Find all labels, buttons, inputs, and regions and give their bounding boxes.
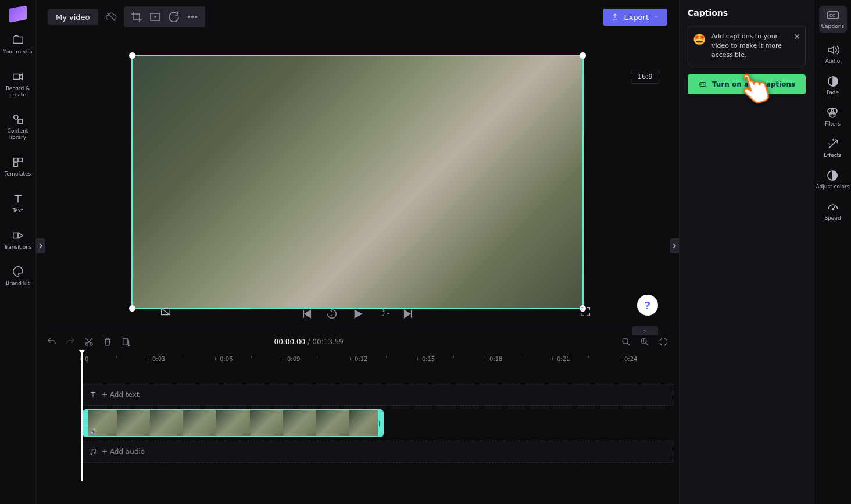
svg-point-9	[188, 16, 189, 18]
tab-adjust-colors[interactable]: Adjust colors	[816, 170, 850, 190]
split-button[interactable]	[121, 337, 131, 347]
audio-track[interactable]: + Add audio	[83, 441, 673, 463]
clip-trim-left[interactable]: ||	[84, 410, 88, 436]
svg-point-29	[832, 209, 834, 210]
duration: 00:13.59	[312, 338, 344, 346]
label: Fade	[827, 90, 839, 95]
fullscreen-button[interactable]	[579, 305, 592, 320]
zoom-out-button[interactable]	[621, 337, 631, 347]
collapse-preview-tab[interactable]	[632, 326, 658, 335]
folder-icon	[12, 34, 24, 47]
svg-point-8	[155, 16, 156, 17]
skip-back-button[interactable]	[300, 308, 313, 320]
text-icon	[89, 391, 97, 399]
skip-forward-button[interactable]	[402, 308, 415, 320]
label: Record & create	[2, 85, 33, 98]
sidebar-item-your-media[interactable]: Your media	[0, 31, 35, 58]
timeline-ruler[interactable]: 0 0:03 0:06 0:09 0:12 0:15 0:18 0:21 0:2…	[36, 353, 679, 366]
label: Effects	[824, 152, 842, 158]
left-sidebar: Your media Record & create Content libra…	[0, 0, 36, 504]
svg-point-1	[13, 115, 17, 119]
sidebar-item-transitions[interactable]: Transitions	[0, 227, 35, 253]
tab-filters[interactable]: Filters	[825, 107, 841, 127]
label: Your media	[3, 49, 32, 55]
delete-button[interactable]	[102, 337, 113, 347]
resize-handle-tr[interactable]	[580, 52, 586, 59]
sidebar-item-text[interactable]: Text	[0, 190, 35, 216]
sidebar-item-record-create[interactable]: Record & create	[0, 68, 35, 101]
tab-captions[interactable]: CC Captions	[819, 6, 847, 33]
sparkle-icon	[826, 138, 840, 150]
tab-speed[interactable]: Speed	[824, 201, 841, 221]
fit-button[interactable]	[148, 10, 162, 24]
ruler-tick: 0:12	[355, 356, 367, 362]
svg-point-10	[191, 16, 193, 18]
label: Content library	[2, 128, 33, 141]
export-button[interactable]: Export	[603, 9, 667, 26]
timeline-tracks: + Add text || 🔊 || + Add audio	[36, 366, 679, 466]
svg-point-18	[128, 345, 129, 346]
sidebar-item-templates[interactable]: Templates	[0, 153, 35, 180]
tab-audio[interactable]: Audio	[825, 44, 841, 64]
video-title[interactable]: My video	[48, 9, 98, 25]
rewind-button[interactable]: 5	[326, 308, 338, 320]
sidebar-item-brand-kit[interactable]: Brand kit	[0, 263, 35, 289]
captions-panel: Captions 🤩 Add captions to your video to…	[679, 0, 814, 504]
svg-point-27	[829, 112, 835, 117]
cc-icon: CC	[826, 9, 840, 21]
clip-trim-right[interactable]: ||	[378, 410, 382, 436]
filters-icon	[825, 107, 839, 119]
help-button[interactable]: ?	[637, 295, 658, 316]
tab-fade[interactable]: Fade	[826, 76, 840, 95]
aspect-ratio-button[interactable]: 16:9	[631, 70, 659, 84]
app-logo[interactable]	[9, 5, 27, 22]
sidebar-item-content-library[interactable]: Content library	[0, 110, 35, 143]
label: Transitions	[3, 244, 31, 251]
palette-icon	[12, 265, 24, 278]
add-audio-label: + Add audio	[102, 448, 145, 456]
export-label: Export	[624, 13, 649, 22]
label: Speed	[824, 215, 841, 221]
svg-rect-6	[13, 233, 17, 238]
zoom-fit-button[interactable]	[658, 337, 668, 347]
zoom-in-button[interactable]	[639, 337, 650, 347]
label: Audio	[825, 58, 841, 64]
svg-text:CC: CC	[829, 13, 835, 18]
timeline-toolbar: 00:00.00 / 00:13.59	[36, 330, 679, 353]
contrast-icon	[825, 170, 839, 181]
svg-rect-2	[18, 119, 22, 123]
text-icon	[12, 192, 24, 205]
fade-icon	[826, 76, 840, 87]
panel-title: Captions	[688, 8, 806, 17]
preview-area: 16:9 5 5 ?	[36, 34, 679, 330]
add-text-label: + Add text	[102, 391, 140, 399]
undo-button[interactable]	[47, 337, 57, 347]
resize-handle-tl[interactable]	[129, 52, 135, 59]
video-clip[interactable]: || 🔊 ||	[83, 409, 384, 437]
music-icon	[89, 448, 97, 456]
cloud-off-icon[interactable]	[105, 11, 117, 23]
ruler-tick: 0	[85, 356, 88, 362]
cut-button[interactable]	[84, 337, 94, 347]
tab-effects[interactable]: Effects	[824, 138, 842, 158]
camcorder-icon	[12, 70, 24, 83]
svg-text:5: 5	[330, 312, 332, 317]
gauge-icon	[826, 201, 840, 213]
preview-tools	[124, 6, 205, 27]
crop-button[interactable]	[130, 10, 144, 24]
ruler-tick: 0:15	[422, 356, 435, 362]
svg-rect-5	[13, 163, 17, 166]
redo-button[interactable]	[65, 337, 76, 347]
preview-frame[interactable]	[131, 55, 584, 309]
right-panel-toggle[interactable]	[670, 238, 679, 253]
play-button[interactable]	[351, 308, 364, 320]
main-area: My video Export 16:9 5 5	[36, 0, 679, 504]
rotate-button[interactable]	[167, 10, 181, 24]
forward-button[interactable]: 5	[377, 308, 389, 320]
clip-audio-icons: 🔊	[90, 428, 96, 435]
autocaptions-button[interactable]: Turn on autocaptions	[688, 74, 806, 94]
text-track[interactable]: + Add text	[83, 384, 673, 406]
transitions-icon	[12, 229, 24, 242]
more-button[interactable]	[185, 10, 199, 24]
close-tip-button[interactable]: ✕	[793, 31, 800, 42]
